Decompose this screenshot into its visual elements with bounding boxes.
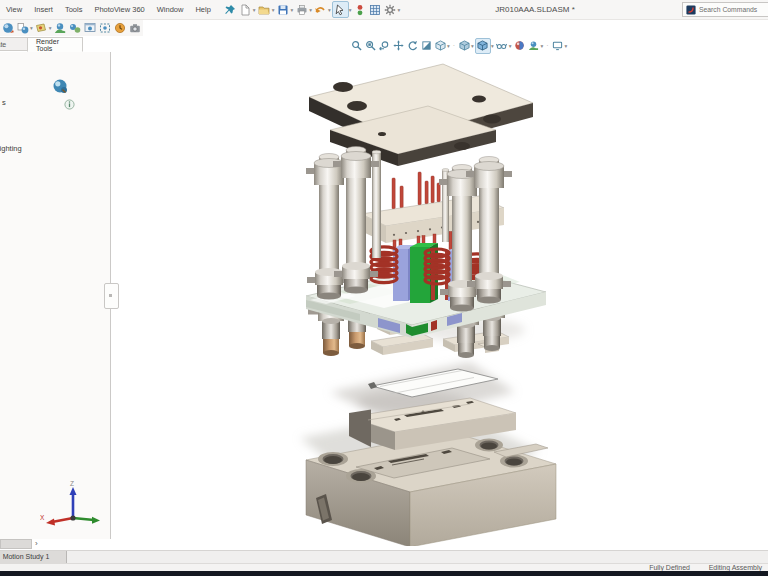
menu-help[interactable]: Help [189,0,216,19]
dropdown-caret-icon[interactable]: ▾ [540,43,543,49]
display-style-icon[interactable] [457,39,471,53]
dropdown-caret-icon[interactable]: ▾ [290,7,293,13]
tree-item-photoview-lighting[interactable]: PhotoView 360 Lighting [0,144,111,153]
triad-z-label: Z [70,480,74,487]
edit-scene-icon[interactable] [53,21,68,36]
dropdown-caret-icon[interactable]: ▾ [253,7,256,13]
zoom-to-fit-icon[interactable] [349,39,363,53]
tab-scroll-right-icon[interactable]: › [35,540,38,548]
grid-icon[interactable] [367,2,382,17]
pane-splitter-handle[interactable] [104,283,119,309]
edit-decal-icon[interactable] [34,21,49,36]
tab-scrollbar[interactable] [0,539,32,549]
dropdown-caret-icon[interactable]: ▾ [491,43,494,49]
shaded-with-edges-icon[interactable] [475,38,491,54]
assembly-exploded-view[interactable] [110,36,768,546]
zoom-to-area-icon[interactable] [363,39,377,53]
view-settings-icon[interactable] [551,39,565,53]
recall-last-render-icon[interactable] [128,21,143,36]
dropdown-caret-icon[interactable]: ▾ [565,43,568,49]
previous-view-icon[interactable] [377,39,391,53]
search-input[interactable]: Search Commands [699,6,757,13]
tab-evaluate-label: Evaluate [0,41,6,48]
toolbar-separator: · [453,42,455,49]
dropdown-caret-icon[interactable]: ▾ [349,7,352,13]
solidworks-window: Z X View Insert Tools PhotoView 360 Wind… [0,0,768,576]
render-region-icon[interactable] [98,21,113,36]
menu-photoview360[interactable]: PhotoView 360 [88,0,150,19]
edit-appearance-ball-icon[interactable] [512,39,526,53]
info-icon[interactable] [64,96,75,107]
options-gear-icon[interactable] [382,2,397,17]
tab-render-tools[interactable]: Render Tools [27,37,83,52]
dropdown-caret-icon[interactable]: ▾ [272,7,275,13]
pane-header-fragment: s [2,98,6,107]
hide-show-items-icon[interactable] [495,39,509,53]
dropdown-caret-icon[interactable]: ▾ [30,25,33,31]
tab-motion-study-1[interactable]: Motion Study 1 [0,551,67,563]
dropdown-caret-icon[interactable]: ▾ [509,43,512,49]
dropdown-caret-icon[interactable]: ▾ [471,43,474,49]
integrated-preview-icon[interactable] [68,21,83,36]
xpress-products-icon[interactable] [352,2,367,17]
tab-render-tools-label: Render Tools [36,38,74,52]
edit-appearance-icon[interactable] [0,21,15,36]
select-cursor-icon[interactable] [332,1,349,18]
menu-view[interactable]: View [0,0,28,19]
menu-window[interactable]: Window [151,0,190,19]
undo-icon[interactable] [313,2,328,17]
dropdown-caret-icon[interactable]: ▾ [328,7,331,13]
solidworks-logo-icon [686,5,696,15]
open-icon[interactable] [257,2,272,17]
heads-up-view-toolbar: ▾·▾▾▾▾·▾ [349,38,568,53]
dropdown-caret-icon[interactable]: ▾ [397,7,400,13]
apply-scene-icon[interactable] [526,39,540,53]
print-icon[interactable] [294,2,309,17]
search-commands-box[interactable]: Search Commands [682,2,768,17]
appearance-ball-icon[interactable] [52,78,68,94]
triad-x-label: X [40,514,45,521]
dropdown-caret-icon[interactable]: ▾ [447,43,450,49]
render-tools-toolbar: ▾▾ [0,20,143,36]
pan-icon[interactable] [391,39,405,53]
pin-icon[interactable] [223,2,238,17]
study-tab-bar: Motion Study 1 [0,550,768,563]
preview-window-icon[interactable] [83,21,98,36]
orientation-triad: Z X [40,478,104,536]
save-icon[interactable] [275,2,290,17]
new-document-icon[interactable] [238,2,253,17]
view-orientation-icon[interactable] [433,39,447,53]
tab-scroll-strip: › [0,539,46,549]
menu-insert[interactable]: Insert [28,0,59,19]
tab-evaluate[interactable]: Evaluate [0,37,28,51]
section-view-icon[interactable] [419,39,433,53]
copy-appearance-icon[interactable] [15,21,30,36]
window-bottom-edge [0,571,768,576]
schedule-render-icon[interactable] [113,21,128,36]
dropdown-caret-icon[interactable]: ▾ [309,7,312,13]
dropdown-caret-icon[interactable]: ▾ [49,25,52,31]
display-manager-pane: s PhotoView 360 Lighting [0,52,111,539]
menu-bar: View Insert Tools PhotoView 360 Window H… [0,0,768,20]
document-title: JR010AAA.SLDASM * [420,0,650,19]
standard-toolbar: ▾▾▾▾▾▾▾ [223,1,401,18]
rotate-view-icon[interactable] [405,39,419,53]
toolbar-separator: · [546,42,548,49]
menu-tools[interactable]: Tools [59,0,89,19]
